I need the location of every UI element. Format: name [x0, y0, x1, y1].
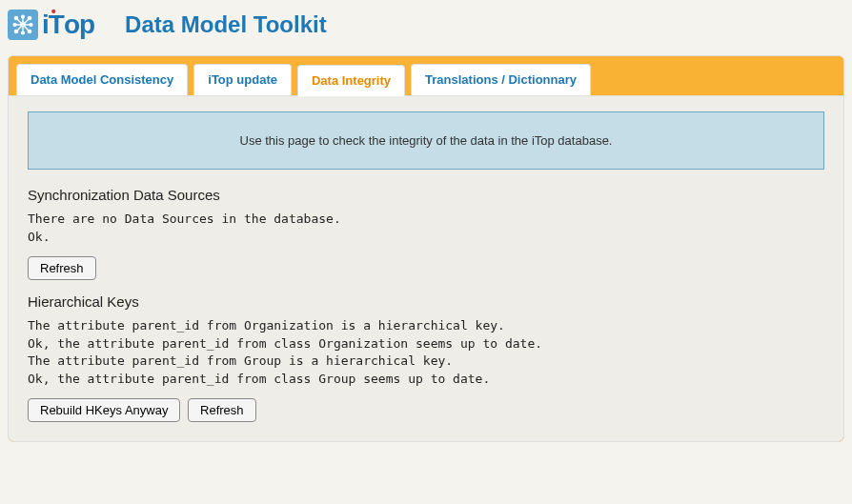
rebuild-hkeys-button[interactable]: Rebuild HKeys Anyway — [28, 398, 180, 422]
svg-line-10 — [23, 18, 30, 25]
hkeys-output: The attribute parent_id from Organizatio… — [28, 317, 824, 389]
tab-bar: Data Model Consistency iTop update Data … — [9, 56, 843, 95]
hkeys-heading: Hierarchical Keys — [28, 293, 824, 310]
svg-line-11 — [16, 25, 23, 31]
hkeys-buttons: Rebuild HKeys Anyway Refresh — [28, 398, 824, 422]
brand-icon — [8, 10, 38, 40]
refresh-button[interactable]: Refresh — [188, 398, 256, 422]
page-title: Data Model Toolkit — [125, 11, 327, 38]
tab-data-model-consistency[interactable]: Data Model Consistency — [16, 64, 188, 95]
sync-buttons: Refresh — [28, 256, 824, 280]
svg-line-9 — [16, 18, 23, 25]
header: iT•op Data Model Toolkit — [0, 0, 852, 50]
tab-itop-update[interactable]: iTop update — [193, 64, 292, 95]
tab-content: Use this page to check the integrity of … — [9, 95, 843, 441]
tab-spacer — [597, 64, 836, 95]
sync-heading: Synchronization Data Sources — [28, 187, 824, 203]
main-panel: Data Model Consistency iTop update Data … — [8, 55, 844, 442]
refresh-button[interactable]: Refresh — [28, 256, 96, 280]
brand-text: iT•op — [42, 10, 94, 40]
sync-output: There are no Data Sources in the databas… — [28, 211, 824, 247]
tab-data-integrity[interactable]: Data Integrity — [297, 65, 405, 96]
info-message: Use this page to check the integrity of … — [28, 111, 824, 170]
brand-logo: iT•op — [8, 10, 94, 40]
svg-line-12 — [23, 25, 30, 31]
tab-translations-dictionnary[interactable]: Translations / Dictionnary — [411, 64, 591, 95]
